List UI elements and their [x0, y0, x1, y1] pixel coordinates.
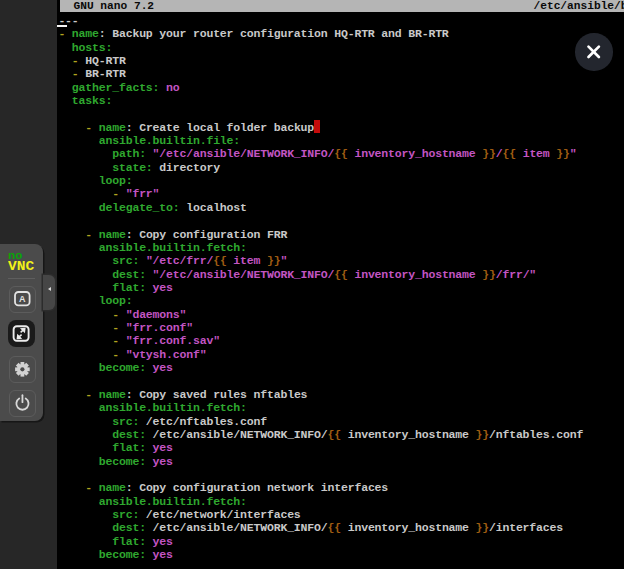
svg-text:A: A — [19, 294, 26, 304]
